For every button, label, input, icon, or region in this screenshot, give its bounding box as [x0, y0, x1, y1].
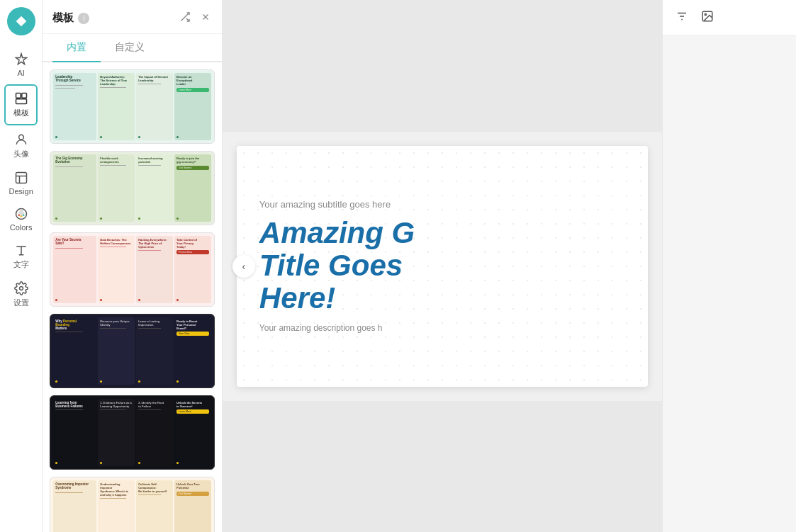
- image-icon: [701, 10, 714, 23]
- slide-preview-area: Your amazing subtitle goes here Amazing …: [223, 132, 662, 401]
- text-icon: [14, 243, 28, 257]
- sidebar-item-template[interactable]: 模板: [4, 84, 38, 125]
- close-button[interactable]: [199, 11, 212, 26]
- sidebar-item-design[interactable]: Design: [0, 165, 42, 201]
- sidebar-item-text-label: 文字: [13, 259, 29, 270]
- shuffle-icon: [179, 11, 191, 23]
- close-icon: [201, 12, 211, 22]
- panel-header: 模板 i: [43, 0, 222, 34]
- template-card-5[interactable]: Learning fromBusiness Failures 1. Embrac…: [50, 395, 215, 470]
- sidebar-item-avatar[interactable]: 头像: [0, 127, 42, 165]
- template-panel: 模板 i 内置 自定义 L: [43, 0, 223, 532]
- svg-point-8: [18, 214, 20, 216]
- svg-point-3: [18, 135, 23, 140]
- shuffle-button[interactable]: [178, 10, 192, 26]
- logo-icon: [13, 13, 29, 29]
- settings-icon: [14, 281, 28, 295]
- info-icon[interactable]: i: [78, 13, 89, 24]
- tabs: 内置 自定义: [43, 34, 222, 62]
- svg-point-9: [23, 214, 25, 216]
- main-area: ‹ Your amazing subtitle goes here Amazin…: [223, 0, 662, 532]
- sidebar-item-ai[interactable]: AI: [0, 47, 42, 83]
- sidebar-item-template-label: 模板: [13, 108, 29, 118]
- sidebar: AI 模板 头像 Design Colors: [0, 0, 43, 532]
- sidebar-item-settings[interactable]: 设置: [0, 276, 42, 314]
- slide-subtitle: Your amazing subtitle goes here: [259, 199, 625, 210]
- colors-icon: [14, 207, 28, 221]
- filter-button[interactable]: [673, 7, 691, 28]
- design-icon: [14, 171, 28, 185]
- template-card-3[interactable]: Are Your SecretsSafe? Data Breaches: The…: [50, 232, 215, 307]
- sparkle-icon: [14, 52, 28, 67]
- right-panel-content: [663, 35, 796, 532]
- back-button[interactable]: ‹: [232, 255, 255, 278]
- image-button[interactable]: [698, 7, 717, 28]
- sidebar-item-design-label: Design: [9, 187, 33, 196]
- right-panel: [662, 0, 796, 532]
- template-list[interactable]: LeadershipThrough Service Beyond Authori…: [43, 62, 222, 532]
- avatar-icon: [14, 132, 28, 147]
- svg-point-20: [705, 13, 706, 15]
- template-card-1[interactable]: LeadershipThrough Service Beyond Authori…: [50, 69, 215, 144]
- svg-point-10: [20, 215, 22, 217]
- slide-main-title: Amazing GTitle GoesHere!: [259, 217, 625, 315]
- template-card-4[interactable]: Why PersonalBrandingMatters Discover you…: [50, 314, 215, 388]
- panel-title: 模板: [52, 11, 74, 25]
- right-panel-header: [663, 0, 796, 35]
- sidebar-item-settings-label: 设置: [13, 298, 29, 308]
- template-card-2[interactable]: The Gig EconomyEvolution Flexible workar…: [50, 151, 215, 225]
- svg-point-11: [19, 287, 23, 290]
- sidebar-item-colors[interactable]: Colors: [0, 201, 42, 237]
- svg-rect-1: [21, 94, 26, 98]
- slide-description: Your amazing description goes h: [259, 323, 625, 333]
- canvas-wrapper: ‹ Your amazing subtitle goes here Amazin…: [223, 0, 662, 532]
- sidebar-item-avatar-label: 头像: [13, 149, 29, 159]
- sidebar-item-ai-label: AI: [17, 69, 24, 77]
- slide-canvas: Your amazing subtitle goes here Amazing …: [237, 146, 648, 387]
- filter-icon: [676, 10, 688, 23]
- template-card-6[interactable]: Overcoming ImpostorSyndrome Understandin…: [50, 477, 215, 532]
- logo[interactable]: [7, 7, 35, 35]
- svg-rect-2: [16, 99, 26, 104]
- svg-rect-4: [16, 173, 26, 183]
- sidebar-item-text[interactable]: 文字: [0, 237, 42, 276]
- tab-custom[interactable]: 自定义: [101, 34, 159, 62]
- svg-rect-0: [16, 94, 21, 98]
- template-icon: [14, 91, 28, 106]
- sidebar-item-colors-label: Colors: [10, 223, 33, 232]
- tab-builtin[interactable]: 内置: [52, 34, 101, 62]
